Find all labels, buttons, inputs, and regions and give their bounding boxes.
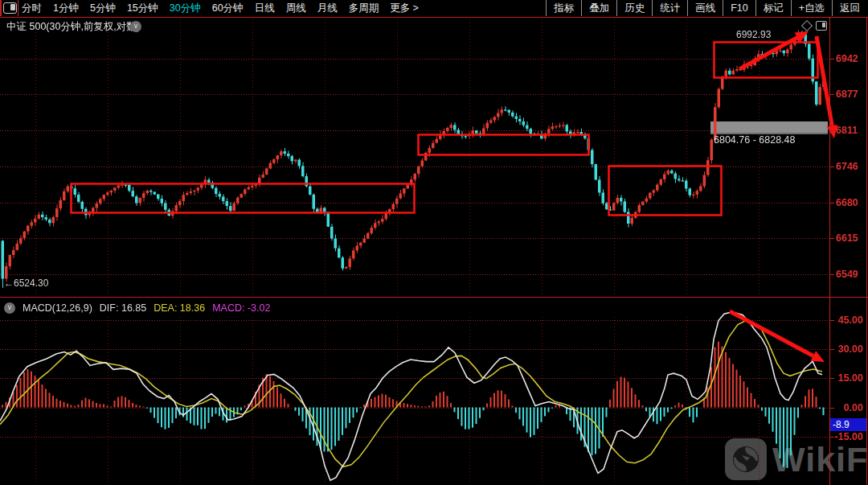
timeframe-tab[interactable]: 周线 [286, 0, 306, 16]
macd-current-value-badge: -8.9 [830, 418, 866, 431]
toolbar-button[interactable]: 画线 [687, 0, 723, 16]
layout-toggle-icon[interactable] [3, 2, 17, 14]
toolbar-button[interactable]: 标记 [755, 0, 791, 16]
toolbar-button[interactable]: F10 [723, 0, 755, 16]
timeframe-tab[interactable]: 更多 > [390, 0, 419, 16]
price-axis-tick: 6877 [836, 88, 858, 100]
toolbar-left-border [0, 0, 2, 16]
price-axis-tick: 6746 [836, 161, 858, 172]
low-price-marker: ←6524.30 [4, 277, 48, 289]
macd-axis-tick: 15.00 [831, 372, 863, 384]
toolbar-buttons: 指标叠加历史统计画线F10标记+自选返回 [546, 0, 867, 16]
timeframe-tab[interactable]: 日线 [255, 0, 275, 16]
toolbar-button[interactable]: 统计 [652, 0, 687, 16]
macd-dif-value: DIF: 16.85 [100, 302, 146, 314]
macd-header: ∨ MACD(12,26,9) DIF: 16.85 DEA: 18.36 MA… [4, 301, 270, 314]
top-toolbar: 分时1分钟5分钟15分钟30分钟60分钟日线周线月线多周期更多 > 指标叠加历史… [0, 0, 868, 18]
macd-axis-tick: 0.00 [831, 402, 863, 413]
price-axis-tick: 6680 [836, 197, 858, 208]
macd-dea-value: DEA: 18.36 [154, 302, 205, 314]
price-axis-tick: 6549 [836, 269, 858, 280]
trading-app-window: 分时1分钟5分钟15分钟30分钟60分钟日线周线月线多周期更多 > 指标叠加历史… [0, 0, 868, 485]
price-axis-tick: 6615 [836, 232, 858, 244]
toolbar-button[interactable]: +自选 [791, 0, 832, 16]
price-axis-tick: 6811 [836, 125, 858, 136]
timeframe-tabs: 分时1分钟5分钟15分钟30分钟60分钟日线周线月线多周期更多 > [22, 0, 419, 16]
macd-indicator-name[interactable]: MACD(12,26,9) [23, 302, 92, 314]
timeframe-tab[interactable]: 5分钟 [90, 0, 116, 16]
macd-axis-tick: 45.00 [831, 314, 863, 326]
panel-toggle-icon[interactable] [816, 21, 827, 31]
timeframe-tab[interactable]: 15分钟 [127, 0, 158, 16]
macd-axis-tick: 30.00 [831, 343, 863, 355]
toolbar-button[interactable]: 返回 [832, 0, 867, 16]
range-band-label: 6804.76 - 6828.48 [714, 134, 795, 146]
chevron-down-circle-icon[interactable]: ∨ [4, 302, 15, 314]
timeframe-tab[interactable]: 多周期 [349, 0, 379, 16]
timeframe-tab[interactable]: 分时 [22, 0, 42, 16]
timeframe-tab[interactable]: 月线 [317, 0, 338, 16]
macd-axis-tick: -15.00 [831, 431, 863, 442]
toolbar-separator [18, 0, 18, 16]
high-price-marker: 6992.93 [736, 29, 771, 40]
toolbar-button[interactable]: 指标 [546, 0, 581, 16]
chart-title: 中证 500(30分钟,前复权,对数) [6, 20, 140, 34]
timeframe-tab[interactable]: 30分钟 [170, 0, 201, 16]
macd-macd-value: MACD: -3.02 [212, 302, 270, 314]
toolbar-button[interactable]: 叠加 [581, 0, 616, 16]
chevron-down-circle-icon[interactable]: ∨ [130, 21, 141, 32]
chart-canvas[interactable] [0, 0, 868, 485]
timeframe-tab[interactable]: 60分钟 [212, 0, 244, 16]
price-axis-tick: 6942 [836, 53, 858, 64]
timeframe-tab[interactable]: 1分钟 [53, 0, 79, 16]
toolbar-button[interactable]: 历史 [616, 0, 652, 16]
